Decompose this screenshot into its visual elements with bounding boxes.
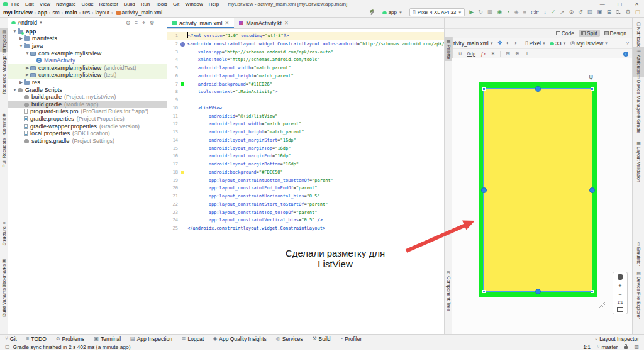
mode-design[interactable]: Design [602,30,629,37]
expand-all-icon[interactable]: ≡ [135,19,138,26]
code-line[interactable]: 23 app:layout_constraintTop_toTopOf="par… [167,209,444,217]
toolwindow-terminal[interactable]: ▣Terminal [94,336,121,342]
breadcrumb-item[interactable]: src [52,9,59,16]
toolwindow-problems[interactable]: ⊘Problems [56,336,85,342]
apply-changes-icon[interactable]: ↻ [478,9,483,15]
coverage-icon[interactable]: ▦ [487,9,493,15]
search-icon[interactable] [616,10,621,15]
code-line[interactable]: 24 app:layout_constraintVertical_bias="0… [167,216,444,225]
constraint-anchor-top[interactable] [535,86,541,92]
toolwindow-app-inspection[interactable]: ▤App Inspection [130,336,172,342]
menu-view[interactable]: View [40,1,50,7]
tree-chevron-icon[interactable]: ▼ [18,43,24,48]
git-update-icon[interactable]: ↓ [543,9,547,15]
maximize-button[interactable]: ▢ [618,1,623,7]
tree-chevron-icon[interactable]: ▶ [25,72,30,77]
tree-item[interactable]: ▶ manifests [8,35,167,43]
code-line[interactable]: 11 android:id="@+id/listView" [167,113,444,121]
resize-grip-icon[interactable] [598,301,606,308]
orientation-icon[interactable]: ◐ [506,40,509,46]
autoconnect-icon[interactable]: ∪ [458,51,462,57]
code-line[interactable]: 19 app:layout_constraintBottom_toBottomO… [167,177,444,185]
toolwindow-build[interactable]: ⚒Build [312,336,330,342]
menu-edit[interactable]: Edit [25,1,34,7]
menu-run[interactable]: Run [141,1,150,7]
resize-handle-bl[interactable] [482,290,486,293]
code-line[interactable]: 13 android:layout_height="match_parent" [167,128,444,136]
background-tasks-icon[interactable]: ▢ [5,345,10,350]
align-icon[interactable]: ≋ [515,51,519,57]
api-picker[interactable]: 33▼ [550,40,566,47]
menu-git[interactable]: Git [173,1,179,7]
strip-tab-gradle[interactable]: ◉Gradle [633,112,644,136]
code-line[interactable]: 5 android:layout_width="match_parent" [167,64,444,72]
code-line[interactable]: 2 C <androidx.constraintlayout.widget.Co… [167,40,444,48]
help-icon[interactable]: ? [626,40,629,47]
sdk-icon[interactable]: ⊞ [607,9,612,15]
tree-chevron-icon[interactable]: ▶ [18,36,24,41]
tree-item[interactable]: build.gradle (Module :app) [8,101,167,108]
tree-item[interactable]: ▼ Gradle Scripts [8,86,167,94]
night-mode-icon[interactable]: ◑ [513,40,516,46]
breadcrumb-item[interactable]: res [82,9,90,16]
tree-chevron-icon[interactable]: ▼ [25,51,30,55]
code-line[interactable]: 22 app:layout_constraintStart_toStartOf=… [167,201,444,209]
notifications-panel-icon[interactable]: ▢ [635,9,640,15]
infer-constraints-icon[interactable]: ✶ [491,51,496,57]
locate-file-icon[interactable]: ⊕ [126,19,130,26]
tree-item[interactable]: local.properties (SDK Location) [8,130,167,137]
breadcrumb-item[interactable]: app [38,9,47,16]
device-preview[interactable]: ψ [479,82,597,297]
stop-icon[interactable]: ■ [523,9,526,15]
tree-item[interactable]: ▼ java [8,42,167,50]
toolwindow-services[interactable]: ◎Services [276,336,303,342]
menu-navigate[interactable]: Navigate [56,1,76,7]
git-branch-widget[interactable]: ⑂ master [597,344,618,350]
code-line[interactable]: 4 xmlns:tools="http://schemas.android.co… [167,56,444,64]
collapse-all-icon[interactable]: ÷ [142,19,145,26]
toolwindow-app-quality-insights[interactable]: ◈App Quality Insights [213,336,267,342]
tree-item[interactable]: gradle.properties (Project Properties) [8,115,167,123]
strip-tab-resource-manager[interactable]: ▦Resource Manager [0,47,8,96]
code-line[interactable]: 20 app:layout_constraintEnd_toEndOf="par… [167,184,444,192]
run-icon[interactable]: ▶ [469,9,474,15]
breadcrumb-item[interactable]: myListView [3,9,33,16]
clear-constraints-icon[interactable]: ƒx [480,51,486,57]
minimize-button[interactable]: — [600,1,605,7]
menu-code[interactable]: Code [81,1,93,7]
pack-icon[interactable]: ⊞ [506,51,510,57]
code-line[interactable]: 15 android:layout_marginTop="16dp" [167,145,444,153]
device-picker[interactable]: ▯Pixel▼ [525,40,546,47]
close-button[interactable]: ✕ [635,1,639,7]
tree-item[interactable]: ▼ app [8,28,167,35]
inspections-ok-icon[interactable]: ✓ [436,40,440,46]
run-config-select[interactable]: app ▼ [380,9,405,16]
pan-icon[interactable] [618,274,623,280]
breadcrumb-item[interactable]: activity_main.xml [122,9,163,16]
code-line[interactable]: 7 android:background="#11ED26" [167,81,444,89]
guidelines-icon[interactable]: Ｉ [525,50,530,57]
code-line[interactable]: 14 android:layout_marginStart="16dp" [167,136,444,145]
tree-chevron-icon[interactable]: ▶ [18,80,24,85]
toolwindow-todo[interactable]: ≡TODO [26,336,47,342]
editor-tab-MainActivity.kt[interactable]: MainActivity.kt✕ [234,18,294,28]
close-tab-icon[interactable]: ✕ [225,20,230,26]
related-class-gutter-icon[interactable]: C [180,42,185,47]
history-icon[interactable]: ⊙ [569,9,574,15]
tree-item[interactable]: ▶ com.example.mylistview (test) [8,72,167,79]
resize-handle-tr[interactable] [591,87,594,91]
read-lock-icon[interactable] [624,346,628,349]
constraint-anchor-bottom[interactable] [535,289,541,294]
indent-widget-icon[interactable]: ▥ [634,345,639,350]
tree-item[interactable]: ▼ com.example.mylistview [8,50,167,57]
issues-indicator[interactable]: i [623,52,628,57]
menu-refactor[interactable]: Refactor [99,1,118,7]
constraint-anchor-right[interactable] [589,187,595,193]
code-line[interactable]: 8 tools:context=".MainActivity"> [167,88,444,96]
code-line[interactable]: 10 <ListView [167,104,444,113]
code-area[interactable]: 1 <?xml version="1.0" encoding="utf-8"?>… [167,29,444,233]
zoom-to-fit-icon[interactable] [617,307,623,312]
build-hammer-icon[interactable] [369,9,375,15]
profiler-icon[interactable]: ◔ [506,9,509,15]
design-surface-icon[interactable]: ❖ [497,40,502,46]
